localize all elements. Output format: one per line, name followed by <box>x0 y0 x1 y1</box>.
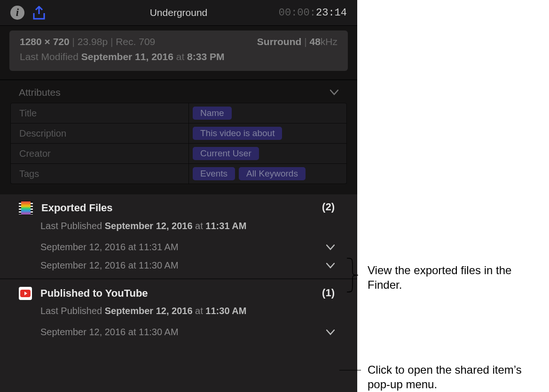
group-count: (1) <box>322 287 335 299</box>
attribute-row: TitleName <box>10 103 347 123</box>
clip-duration: 00:00:23:14 <box>279 7 347 19</box>
share-item-date: September 12, 2016 at 11:31 AM <box>40 242 179 253</box>
exported-files-group: Exported Files(2)Last Published Septembe… <box>0 193 357 278</box>
chevron-down-icon[interactable] <box>330 90 338 95</box>
clip-color-space: Rec. 709 <box>116 36 155 47</box>
clip-audio-rate: 48 <box>309 36 320 47</box>
share-inspector-panel: i Underground 00:00:23:14 1280 × 720 | <box>0 0 357 392</box>
group-last-published: Last Published September 12, 2016 at 11:… <box>40 221 338 231</box>
share-item-row[interactable]: September 12, 2016 at 11:30 AM <box>40 256 338 275</box>
clip-summary-wrap: 1280 × 720 | 23.98p | Rec. 709 Surround … <box>0 26 357 71</box>
chevron-down-icon[interactable] <box>326 245 335 250</box>
share-item-date: September 12, 2016 at 11:30 AM <box>40 327 179 338</box>
attribute-label: Title <box>11 103 189 123</box>
attribute-label: Description <box>11 123 189 143</box>
group-count: (2) <box>322 201 335 213</box>
share-groups: Exported Files(2)Last Published Septembe… <box>0 193 357 345</box>
group-title: Published to YouTube <box>40 287 148 300</box>
callout-exported-files: View the exported files in the Finder. <box>368 263 537 292</box>
attribute-label: Tags <box>11 164 189 184</box>
callout-popup-menu: Click to open the shared item’s pop-up m… <box>368 362 541 392</box>
clip-info-box: 1280 × 720 | 23.98p | Rec. 709 Surround … <box>9 31 348 71</box>
film-strip-icon <box>19 201 33 215</box>
modified-time: 8:33 PM <box>187 51 224 62</box>
attribute-row: DescriptionThis video is about <box>10 123 347 144</box>
modified-label: Last Modified <box>20 51 78 62</box>
attribute-token[interactable]: This video is about <box>193 127 282 140</box>
attributes-table: TitleNameDescriptionThis video is aboutC… <box>0 103 357 191</box>
clip-frame-rate: 23.98p <box>78 36 108 47</box>
group-header: Exported Files(2) <box>19 201 338 215</box>
attribute-token[interactable]: Events <box>193 167 235 180</box>
attribute-value[interactable]: This video is about <box>189 123 346 143</box>
group-header: Published to YouTube(1) <box>19 287 338 300</box>
attribute-value[interactable]: Name <box>189 103 346 123</box>
attribute-token[interactable]: Current User <box>193 147 259 160</box>
chevron-down-icon[interactable] <box>326 330 335 335</box>
clip-audio-unit: kHz <box>321 36 337 47</box>
youtube-icon <box>19 287 32 300</box>
attribute-value[interactable]: EventsAll Keywords <box>189 164 346 184</box>
modified-date: September 11, 2016 <box>81 51 173 62</box>
attributes-header: Attributes <box>19 87 61 98</box>
attribute-row: TagsEventsAll Keywords <box>10 164 347 184</box>
group-last-published: Last Published September 12, 2016 at 11:… <box>40 306 338 316</box>
share-item-date: September 12, 2016 at 11:30 AM <box>40 260 179 271</box>
attributes-header-row[interactable]: Attributes <box>0 80 357 103</box>
chevron-down-icon[interactable] <box>326 263 335 269</box>
clip-resolution: 1280 × 720 <box>20 36 70 47</box>
clip-audio-mode: Surround <box>257 36 302 47</box>
attribute-value[interactable]: Current User <box>189 144 346 163</box>
inspector-header: i Underground 00:00:23:14 <box>0 0 357 26</box>
attribute-token[interactable]: All Keywords <box>239 167 306 180</box>
published-youtube-group: Published to YouTube(1)Last Published Se… <box>0 278 357 345</box>
attribute-row: CreatorCurrent User <box>10 144 347 164</box>
group-title: Exported Files <box>41 202 113 214</box>
attribute-label: Creator <box>11 144 189 163</box>
share-item-row[interactable]: September 12, 2016 at 11:31 AM <box>40 238 338 256</box>
share-item-row[interactable]: September 12, 2016 at 11:30 AM <box>40 323 338 341</box>
attribute-token[interactable]: Name <box>193 107 232 120</box>
